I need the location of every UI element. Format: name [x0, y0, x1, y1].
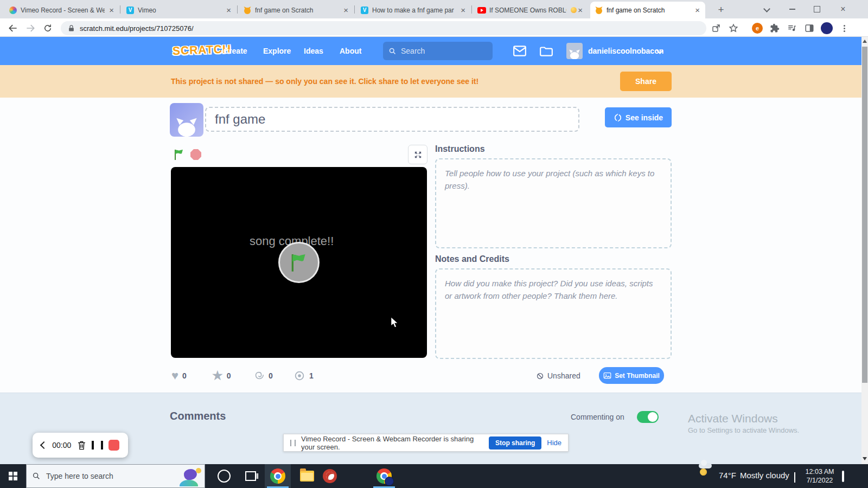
recording-time: 00:00: [52, 441, 71, 450]
project-title-input[interactable]: fnf game: [205, 107, 579, 132]
hide-link[interactable]: Hide: [547, 439, 561, 447]
extension-icon[interactable]: e: [751, 22, 764, 35]
search-icon: [388, 47, 397, 55]
notification-center-icon[interactable]: [842, 472, 844, 481]
share-page-icon[interactable]: [710, 22, 723, 35]
browser-menu-icon[interactable]: [838, 22, 851, 35]
messages-envelope-icon[interactable]: [511, 42, 528, 60]
tab-close-icon[interactable]: ×: [459, 7, 467, 14]
address-bar[interactable]: scratch.mit.edu/projects/710725076/: [61, 21, 706, 35]
screen-sharing-bar: Vimeo Record - Screen & Webcam Recorder …: [283, 434, 569, 452]
vimeo-favicon: V: [360, 6, 369, 15]
tab-title: How to make a fnf game par: [372, 7, 456, 14]
back-icon[interactable]: [7, 22, 20, 35]
comments-heading: Comments: [170, 410, 226, 422]
commenting-toggle[interactable]: [637, 411, 659, 423]
see-inside-button[interactable]: See inside: [605, 107, 672, 127]
scrollbar-down-arrow[interactable]: [863, 457, 867, 460]
instructions-input[interactable]: Tell people how to use your project (suc…: [435, 158, 672, 248]
green-flag-icon: [288, 252, 310, 273]
notes-heading: Notes and Credits: [435, 254, 509, 264]
temperature-label[interactable]: 74°F: [719, 471, 736, 480]
taskbar-chrome-active[interactable]: [265, 464, 291, 488]
search-icon: [32, 472, 41, 480]
stage[interactable]: song complete!!: [171, 167, 427, 358]
green-flag-icon[interactable]: [173, 148, 186, 161]
browser-tab-youtube[interactable]: If SOMEONE Owns ROBLOX ×: [473, 2, 588, 18]
username-label[interactable]: danieliscoolnobacon: [588, 47, 663, 55]
set-thumbnail-button[interactable]: Set Thumbnail: [599, 367, 664, 384]
heart-icon[interactable]: ♥: [171, 370, 178, 382]
activate-windows-subtext: Go to Settings to activate Windows.: [688, 426, 799, 434]
my-stuff-folder-icon[interactable]: [538, 42, 555, 60]
show-hidden-icons-chevron[interactable]: [794, 473, 795, 483]
file-explorer-icon[interactable]: [294, 464, 320, 488]
cortana-icon[interactable]: [211, 464, 237, 488]
browser-tab-howto-video[interactable]: V How to make a fnf game par ×: [356, 2, 471, 18]
user-avatar[interactable]: [566, 43, 583, 59]
scratch-search-input[interactable]: Search: [383, 42, 493, 60]
stop-icon[interactable]: [190, 149, 201, 160]
pause-icon[interactable]: [92, 441, 103, 450]
scratch-logo[interactable]: SCRATCH: [173, 42, 232, 57]
tab-close-icon[interactable]: ×: [225, 7, 232, 14]
window-minimize-button[interactable]: [780, 0, 805, 18]
window-close-button[interactable]: ×: [831, 0, 856, 18]
extensions-puzzle-icon[interactable]: [768, 22, 781, 35]
stop-recording-button[interactable]: [108, 440, 119, 451]
trash-icon[interactable]: [77, 440, 86, 451]
unshared-status: Unshared: [536, 371, 580, 380]
commenting-label: Commenting on: [571, 413, 624, 421]
vimeo-favicon: V: [126, 6, 135, 15]
browser-tab-vimeo-record[interactable]: Vimeo Record - Screen & We ×: [4, 2, 119, 18]
search-placeholder: Search: [401, 47, 425, 55]
app-icon[interactable]: [317, 464, 343, 488]
windows-logo-icon: [9, 472, 17, 480]
taskbar-clock[interactable]: 12:03 AM 7/1/2022: [802, 467, 837, 485]
fullscreen-button[interactable]: [408, 145, 427, 164]
refresh-icon[interactable]: [41, 22, 54, 35]
task-view-icon[interactable]: [238, 464, 264, 488]
stop-sharing-button[interactable]: Stop sharing: [489, 436, 541, 450]
star-icon[interactable]: ★: [212, 370, 223, 382]
tab-search-chevron-icon[interactable]: [754, 0, 779, 18]
instructions-heading: Instructions: [435, 144, 485, 154]
remix-stat[interactable]: 0: [253, 369, 273, 382]
browser-profile-avatar[interactable]: [820, 22, 833, 35]
share-button[interactable]: Share: [620, 72, 672, 91]
stage-green-flag-overlay[interactable]: [278, 242, 320, 283]
tab-close-icon[interactable]: ×: [694, 7, 701, 14]
bookmark-star-icon[interactable]: [727, 22, 740, 35]
taskbar-search-input[interactable]: Type here to search: [26, 464, 205, 488]
drag-handle-icon[interactable]: [290, 440, 296, 446]
nav-create[interactable]: Create: [224, 37, 247, 65]
nav-explore[interactable]: Explore: [263, 37, 291, 65]
notes-input[interactable]: How did you make this project? Did you u…: [435, 268, 672, 359]
scrollbar-up-arrow[interactable]: [863, 40, 867, 43]
activate-windows-watermark: Activate Windows: [688, 412, 778, 425]
new-tab-button[interactable]: +: [715, 4, 727, 16]
side-panel-icon[interactable]: [803, 22, 816, 35]
love-stat[interactable]: ♥ 0: [171, 369, 187, 382]
forward-icon[interactable]: [24, 22, 37, 35]
playlist-music-icon[interactable]: [786, 22, 799, 35]
tab-title: fnf game on Scratch: [607, 7, 691, 14]
nav-ideas[interactable]: Ideas: [304, 37, 323, 65]
favorite-stat[interactable]: ★ 0: [212, 369, 231, 382]
tab-close-icon[interactable]: ×: [577, 7, 584, 14]
youtube-favicon: [477, 6, 486, 15]
tab-close-icon[interactable]: ×: [108, 7, 115, 14]
collapse-chevron-icon[interactable]: [40, 441, 48, 449]
browser-tab-active-fnf-scratch[interactable]: fnf game on Scratch ×: [590, 2, 705, 18]
nav-about[interactable]: About: [340, 37, 361, 65]
start-button[interactable]: [0, 464, 26, 488]
window-maximize-button[interactable]: [805, 0, 829, 18]
taskbar-chrome-secondary[interactable]: [371, 464, 397, 488]
weather-condition-label[interactable]: Mostly cloudy: [740, 471, 789, 480]
browser-tab-fnf-scratch[interactable]: fnf game on Scratch ×: [239, 2, 354, 18]
browser-tab-vimeo[interactable]: V Vimeo ×: [122, 2, 237, 18]
tab-separator: [237, 5, 238, 14]
tab-close-icon[interactable]: ×: [342, 7, 349, 14]
scrollbar-thumb[interactable]: [862, 47, 867, 383]
tab-separator: [354, 5, 355, 14]
